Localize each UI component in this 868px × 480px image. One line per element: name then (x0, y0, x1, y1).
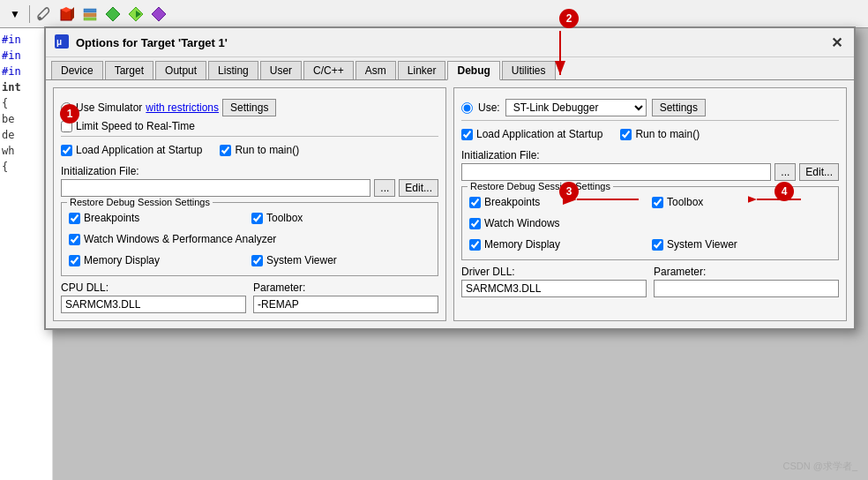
right-driver-dll-value: SARMCM3.DLL (461, 280, 647, 297)
tab-target[interactable]: Target (105, 61, 153, 79)
left-parameter-value: -REMAP (253, 296, 438, 313)
left-parameter-col: Parameter: -REMAP (253, 281, 438, 313)
green-arrow-icon[interactable] (125, 4, 146, 25)
right-system-viewer-checkbox[interactable] (652, 239, 663, 251)
right-browse-button[interactable]: ... (774, 163, 796, 181)
left-breakpoints-checkbox[interactable] (69, 213, 80, 224)
right-driver-dll-col: Driver DLL: SARMCM3.DLL (461, 266, 647, 297)
annotation-4: 4 (774, 182, 794, 201)
dialog-body: Use Simulator with restrictions Settings… (46, 80, 854, 328)
left-file-row: ... Edit... (61, 179, 438, 197)
svg-rect-5 (84, 13, 96, 17)
right-load-app-label: Load Application at Startup (476, 128, 602, 140)
right-load-run-row: Load Application at Startup Run to main(… (461, 124, 839, 144)
close-button[interactable]: ✕ (827, 34, 845, 51)
right-breakpoints-label: Breakpoints (484, 196, 540, 208)
use-label: Use: (478, 101, 500, 114)
left-load-app-label: Load Application at Startup (76, 144, 202, 156)
annotation-2: 2 (559, 9, 579, 28)
left-settings-button[interactable]: Settings (222, 99, 276, 116)
tab-asm[interactable]: Asm (355, 61, 396, 79)
annotation-1: 1 (60, 104, 79, 124)
left-parameter-label: Parameter: (253, 281, 438, 294)
tab-device[interactable]: Device (51, 61, 103, 79)
debugger-select[interactable]: ST-Link Debugger (505, 99, 647, 116)
right-run-to-main-label: Run to main() (635, 128, 700, 140)
left-restore-settings: Breakpoints Toolbox Watch Windows & Perf… (69, 208, 430, 270)
left-watch-windows-checkbox[interactable] (69, 234, 80, 245)
limit-speed-row: Limit Speed to Real-Time (61, 120, 438, 132)
left-load-app-checkbox[interactable] (61, 145, 72, 156)
options-dialog: μ Options for Target 'Target 1' ✕ Device… (44, 26, 856, 330)
svg-rect-6 (84, 18, 96, 20)
right-toolbox-checkbox[interactable] (652, 197, 663, 208)
right-system-viewer-label: System Viewer (667, 238, 737, 251)
right-toolbox-label: Toolbox (667, 196, 703, 208)
right-edit-button[interactable]: Edit... (799, 163, 839, 181)
purple-diamond-icon[interactable] (148, 4, 169, 25)
left-browse-button[interactable]: ... (374, 179, 395, 197)
toolbar: ▼ (0, 0, 868, 28)
left-system-viewer-label: System Viewer (266, 254, 337, 266)
left-panel: Use Simulator with restrictions Settings… (53, 87, 446, 321)
tab-cpp[interactable]: C/C++ (303, 61, 354, 79)
right-watch-windows-checkbox[interactable] (469, 218, 481, 229)
left-run-to-main-label: Run to main() (235, 144, 299, 156)
right-panel: Use: ST-Link Debugger Settings Load Appl… (453, 87, 847, 321)
left-run-to-main-checkbox[interactable] (220, 145, 231, 156)
svg-text:μ: μ (56, 37, 62, 47)
use-simulator-row: Use Simulator with restrictions Settings (61, 99, 438, 116)
left-cpu-dll-col: CPU DLL: SARMCM3.DLL (61, 281, 246, 313)
dialog-title: Options for Target 'Target 1' (76, 36, 827, 49)
svg-marker-3 (71, 7, 74, 20)
right-memory-display-checkbox[interactable] (469, 239, 481, 251)
load-run-row: Load Application at Startup Run to main(… (61, 140, 438, 160)
limit-speed-label: Limit Speed to Real-Time (76, 120, 195, 132)
left-memory-display-label: Memory Display (84, 254, 160, 266)
right-init-file-label: Initialization File: (461, 149, 839, 161)
left-system-viewer-checkbox[interactable] (251, 255, 263, 266)
layers-icon[interactable] (79, 4, 101, 25)
with-restrictions-link[interactable]: with restrictions (146, 101, 219, 114)
annotation-3: 3 (559, 182, 579, 201)
right-watch-windows-label: Watch Windows (484, 217, 560, 229)
left-toolbox-label: Toolbox (266, 212, 303, 224)
green-diamond-icon[interactable] (102, 4, 123, 25)
left-dll-section: CPU DLL: SARMCM3.DLL Parameter: -REMAP (61, 281, 438, 313)
right-file-input[interactable] (461, 163, 771, 181)
svg-rect-4 (84, 9, 96, 12)
right-restore-settings: Breakpoints Toolbox Watch Windows Memory… (469, 192, 831, 254)
right-parameter-value (654, 280, 839, 297)
use-simulator-label: Use Simulator (76, 101, 142, 114)
red-cube-icon[interactable] (56, 4, 78, 25)
left-memory-display-checkbox[interactable] (69, 255, 80, 266)
left-watch-windows-label: Watch Windows & Performance Analyzer (84, 233, 276, 245)
tab-output[interactable]: Output (155, 61, 206, 79)
tab-bar: Device Target Output Listing User C/C++ … (46, 57, 854, 80)
right-parameter-col: Parameter: (654, 266, 839, 297)
use-debugger-radio[interactable] (461, 102, 473, 114)
svg-marker-10 (152, 7, 166, 21)
tab-user[interactable]: User (260, 61, 302, 79)
right-driver-dll-label: Driver DLL: (461, 266, 647, 278)
tab-linker[interactable]: Linker (398, 61, 446, 79)
right-load-app-checkbox[interactable] (461, 129, 473, 140)
left-edit-button[interactable]: Edit... (399, 179, 438, 197)
left-init-file-label: Initialization File: (61, 165, 438, 177)
left-file-input[interactable] (61, 179, 370, 197)
right-run-to-main-checkbox[interactable] (620, 129, 632, 140)
right-breakpoints-checkbox[interactable] (469, 197, 481, 208)
right-parameter-label: Parameter: (654, 266, 839, 278)
right-settings-button[interactable]: Settings (652, 99, 706, 116)
keil-icon: μ (55, 34, 69, 49)
dropdown-btn[interactable]: ▼ (4, 4, 26, 25)
wrench-icon[interactable] (34, 4, 55, 25)
tab-utilities[interactable]: Utilities (502, 61, 556, 79)
right-memory-display-label: Memory Display (484, 238, 560, 251)
tab-listing[interactable]: Listing (208, 61, 258, 79)
right-dll-section: Driver DLL: SARMCM3.DLL Parameter: (461, 266, 839, 297)
tab-debug[interactable]: Debug (447, 61, 499, 80)
use-debugger-row: Use: ST-Link Debugger Settings (461, 99, 839, 116)
left-restore-group: Restore Debug Session Settings Breakpoin… (61, 202, 438, 276)
left-toolbox-checkbox[interactable] (251, 213, 263, 224)
